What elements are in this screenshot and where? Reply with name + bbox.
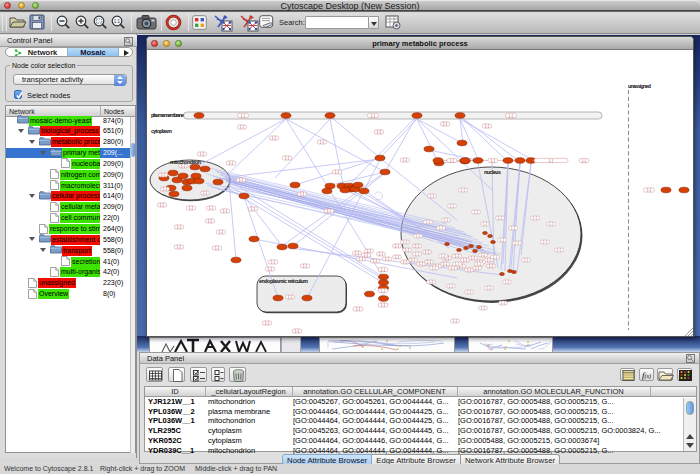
svg-text:[..]: [..] [485,124,489,128]
svg-text:[..]: [..] [491,159,495,163]
svg-text:[..]: [..] [373,259,377,263]
svg-text:[..]: [..] [268,267,272,271]
svg-text:[..]: [..] [455,254,459,258]
svg-text:[..]: [..] [450,204,454,208]
svg-text:[..]: [..] [498,216,502,220]
svg-text:[..]: [..] [229,161,233,165]
svg-text:[..]: [..] [160,203,164,207]
svg-text:[..]: [..] [189,206,193,210]
svg-text:[..]: [..] [161,173,165,177]
svg-text:[..]: [..] [441,254,445,258]
svg-text:[..]: [..] [303,264,307,268]
svg-text:[..]: [..] [203,191,207,195]
svg-text:[..]: [..] [411,258,415,262]
svg-text:[..]: [..] [377,130,381,134]
svg-text:[..]: [..] [385,257,389,261]
svg-text:[..]: [..] [582,159,586,163]
svg-text:[..]: [..] [265,321,269,325]
svg-text:[..]: [..] [359,257,363,261]
svg-text:[..]: [..] [405,248,409,252]
svg-text:[..]: [..] [483,222,487,226]
svg-text:[..]: [..] [443,122,447,126]
svg-text:[..]: [..] [379,252,383,256]
svg-text:[..]: [..] [416,234,420,238]
svg-text:[..]: [..] [177,225,181,229]
svg-text:[..]: [..] [481,253,485,257]
svg-text:[..]: [..] [425,250,429,254]
svg-text:[..]: [..] [549,222,553,226]
svg-text:[..]: [..] [335,170,339,174]
svg-text:[..]: [..] [285,156,289,160]
svg-text:[..]: [..] [272,136,276,140]
svg-text:[..]: [..] [543,240,547,244]
svg-text:[..]: [..] [163,187,167,191]
svg-text:endoplasmic reticulum: endoplasmic reticulum [259,278,308,284]
svg-text:[..]: [..] [453,319,457,323]
svg-text:[..]: [..] [511,226,515,230]
svg-text:[..]: [..] [209,206,213,210]
svg-text:[..]: [..] [443,262,447,266]
svg-text:[..]: [..] [427,260,431,264]
svg-text:[..]: [..] [288,295,292,299]
svg-text:[..]: [..] [524,258,528,262]
svg-text:[..]: [..] [505,280,509,284]
svg-text:nucleus: nucleus [484,169,501,175]
svg-text:[..]: [..] [515,241,519,245]
svg-text:[..]: [..] [381,303,385,307]
svg-text:[..]: [..] [455,262,459,266]
svg-text:[..]: [..] [219,230,223,234]
svg-text:[..]: [..] [426,220,430,224]
svg-text:[..]: [..] [450,159,454,163]
svg-text:[..]: [..] [429,280,433,284]
svg-text:[..]: [..] [509,114,513,118]
svg-text:[..]: [..] [430,194,434,198]
svg-text:[..]: [..] [533,216,537,220]
svg-text:[..]: [..] [501,301,505,305]
svg-text:[..]: [..] [475,266,479,270]
svg-text:[..]: [..] [557,248,561,252]
svg-text:[..]: [..] [419,262,423,266]
svg-text:[..]: [..] [371,114,375,118]
svg-text:[..]: [..] [240,125,244,129]
svg-text:[..]: [..] [215,246,219,250]
svg-text:[..]: [..] [451,266,455,270]
svg-text:[..]: [..] [200,152,204,156]
svg-text:[..]: [..] [487,286,491,290]
svg-text:[..]: [..] [356,307,360,311]
svg-text:[..]: [..] [432,266,436,270]
svg-text:[..]: [..] [500,238,504,242]
svg-text:[..]: [..] [549,159,553,163]
svg-text:[..]: [..] [444,218,448,222]
svg-text:[..]: [..] [477,262,481,266]
svg-text:[..]: [..] [208,219,212,223]
svg-text:unassigned: unassigned [628,83,651,89]
svg-text:[..]: [..] [415,252,419,256]
svg-text:[..]: [..] [481,306,485,310]
svg-text:[..]: [..] [320,140,324,144]
svg-text:[..]: [..] [381,268,385,272]
svg-text:[..]: [..] [467,290,471,294]
svg-text:[..]: [..] [467,268,471,272]
svg-text:[..]: [..] [381,289,385,293]
svg-text:[..]: [..] [463,258,467,262]
svg-text:[..]: [..] [489,264,493,268]
svg-text:[..]: [..] [295,329,299,333]
svg-text:[..]: [..] [439,226,443,230]
svg-text:[..]: [..] [395,255,399,259]
svg-text:[..]: [..] [271,260,275,264]
svg-text:[..]: [..] [493,255,497,259]
svg-text:[..]: [..] [241,114,245,118]
svg-text:[..]: [..] [471,256,475,260]
svg-text:[..]: [..] [239,178,243,182]
svg-text:mitochondrion: mitochondrion [170,159,201,165]
svg-text:[..]: [..] [300,192,304,196]
svg-text:cytoplasm: cytoplasm [151,128,172,134]
svg-text:[..]: [..] [487,258,491,262]
svg-text:[..]: [..] [403,260,407,264]
svg-text:[..]: [..] [177,245,181,249]
svg-text:[..]: [..] [403,158,407,162]
svg-text:[..]: [..] [355,251,359,255]
svg-text:plasma membrane: plasma membrane [151,112,184,118]
svg-text:[..]: [..] [647,188,651,192]
svg-text:[..]: [..] [364,253,368,257]
